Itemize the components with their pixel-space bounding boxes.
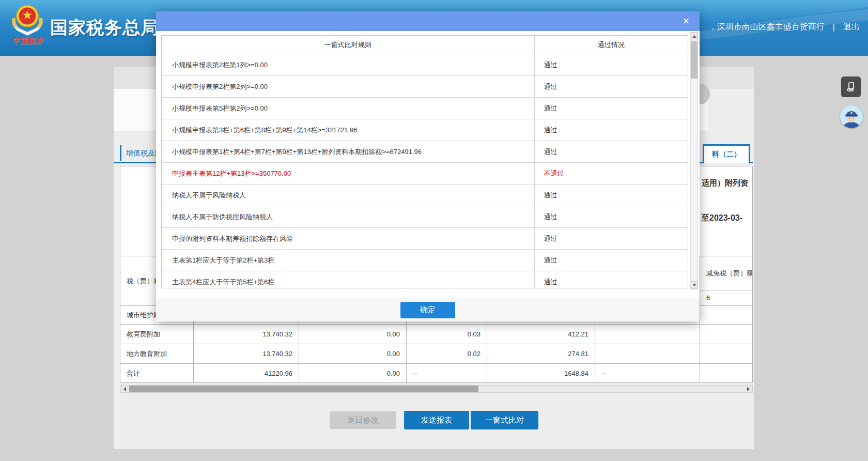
period-end-date: 至2023-03- [701, 213, 753, 224]
row-cell [595, 325, 700, 344]
modal-header: × [156, 11, 700, 31]
send-report-button[interactable]: 发送报表 [404, 411, 469, 429]
row-cell: 13,740.32 [194, 325, 299, 344]
modal-vertical-scrollbar[interactable] [690, 32, 698, 289]
rule-row: 申报的附列资料本期差额扣除额存在风险 通过 [162, 228, 688, 250]
back-modify-button[interactable]: 返回修改 [330, 411, 396, 429]
status-text: 通过 [534, 76, 688, 97]
rule-row: 小规模申报表第2栏第1列>=0.00 通过 [162, 54, 688, 76]
rule-text: 小规模申报表第2栏第1列>=0.00 [162, 54, 534, 75]
row-cell: 0.02 [407, 344, 487, 364]
table-header-row: 一窗式比对规则 通过情况 [162, 36, 688, 54]
colno-tax-relief: 6 [700, 290, 753, 306]
close-icon[interactable]: × [679, 14, 693, 28]
form-caption-fragment: 适用）附列资 [702, 178, 753, 188]
page: 中国税务 国家税务总局深圳 ，深圳市南山区鑫丰盛百货商行 | 退出 [0, 0, 868, 461]
row-label: 合计 [120, 364, 194, 383]
guide-book-button[interactable] [841, 76, 861, 97]
status-text: 通过 [534, 119, 688, 141]
row-cell: 13,740.32 [194, 344, 299, 364]
rule-text: 主表第4栏应大于等于第5栏+第6栏 [162, 271, 534, 288]
row-label: 教育费附加 [120, 325, 194, 344]
col-header-rule: 一窗式比对规则 [162, 36, 534, 54]
row-cell: 1648.84 [487, 364, 595, 383]
horizontal-scrollbar[interactable] [120, 385, 753, 393]
status-text: 通过 [534, 206, 688, 227]
status-text: 通过 [534, 228, 688, 249]
row-cell: 0.03 [407, 325, 487, 344]
rule-row: 申报表主表第12栏+第13栏>=350770.00 不通过 [162, 163, 688, 185]
scroll-left-arrow-icon[interactable] [121, 386, 129, 392]
compare-rules-table: 一窗式比对规则 通过情况 小规模申报表第2栏第1列>=0.00 通过 小规模申报… [161, 35, 688, 288]
logout-link[interactable]: 退出 [843, 22, 860, 33]
row-cell: -- [407, 364, 487, 383]
assistant-avatar[interactable] [840, 105, 863, 128]
scroll-down-arrow-icon[interactable] [691, 281, 698, 289]
vertical-scroll-thumb[interactable] [691, 41, 698, 79]
row-cell [700, 325, 753, 344]
scroll-up-arrow-icon[interactable] [691, 33, 698, 40]
rule-row: 纳税人不属于风险纳税人 通过 [162, 185, 688, 206]
rule-text: 小规模申报表第1栏+第4栏+第7栏+第9栏+第13栏+附列资料本期扣除额>=67… [162, 141, 534, 162]
row-cell [700, 364, 753, 383]
row-cell: 0.00 [299, 364, 407, 383]
row-cell: -- [595, 364, 700, 383]
confirm-button[interactable]: 确定 [400, 302, 455, 318]
row-label: 地方教育附加 [120, 344, 194, 364]
header-divider: | [833, 23, 835, 32]
rule-text: 小规模申报表第3栏+第6栏+第8栏+第9栏+第14栏>=321721.96 [162, 119, 534, 141]
row-cell [700, 344, 753, 364]
status-text: 通过 [534, 271, 688, 288]
book-icon [845, 81, 857, 93]
rule-row: 纳税人不属于防伪税控风险纳税人 通过 [162, 206, 688, 228]
rule-row: 小规模申报表第3栏+第6栏+第8栏+第9栏+第14栏>=321721.96 通过 [162, 119, 688, 141]
rule-row: 小规模申报表第5栏第2列>=0.00 通过 [162, 98, 688, 119]
col-header-tax-relief: 减免税（费）额 [700, 256, 753, 290]
rule-text: 小规模申报表第2栏第2列>=0.00 [162, 76, 534, 97]
rule-row: 主表第1栏应大于等于第2栏+第3栏 通过 [162, 250, 688, 271]
rule-text: 纳税人不属于防伪税控风险纳税人 [162, 206, 534, 227]
status-text: 不通过 [534, 163, 688, 184]
rule-text: 申报的附列资料本期差额扣除额存在风险 [162, 228, 534, 249]
compare-result-modal: × 一窗式比对规则 通过情况 小规模申报表第2栏第1列>=0.00 通过 小规模… [156, 11, 700, 321]
row-cell [700, 306, 753, 325]
status-text: 通过 [534, 141, 688, 162]
status-text: 通过 [534, 250, 688, 271]
tax-bureau-emblem-icon [8, 3, 47, 37]
rule-row: 主表第4栏应大于等于第5栏+第6栏 通过 [162, 271, 688, 288]
rule-row: 小规模申报表第1栏+第4栏+第7栏+第9栏+第13栏+附列资料本期扣除额>=67… [162, 141, 688, 163]
logged-in-company: ，深圳市南山区鑫丰盛百货商行 [709, 22, 825, 33]
modal-footer: 确定 [156, 298, 700, 321]
one-window-compare-button[interactable]: 一窗式比对 [471, 411, 538, 429]
rule-text: 小规模申报表第5栏第2列>=0.00 [162, 98, 534, 119]
row-cell: 41220.96 [194, 364, 299, 383]
status-text: 通过 [534, 54, 688, 75]
scroll-right-arrow-icon[interactable] [745, 386, 752, 392]
row-cell: 412.21 [487, 325, 595, 344]
rule-row: 小规模申报表第2栏第2列>=0.00 通过 [162, 76, 688, 98]
horizontal-scroll-thumb[interactable] [129, 386, 478, 392]
row-cell: 274.81 [487, 344, 595, 364]
col-header-status: 通过情况 [534, 36, 688, 54]
row-cell: 0.00 [299, 344, 407, 364]
tab-material-two[interactable]: 料（二） [703, 144, 750, 163]
china-tax-logo-text: 中国税务 [5, 36, 51, 46]
rule-text: 申报表主表第12栏+第13栏>=350770.00 [162, 163, 534, 184]
status-text: 通过 [534, 98, 688, 119]
row-cell: 0.00 [299, 325, 407, 344]
rule-text: 纳税人不属于风险纳税人 [162, 185, 534, 206]
rule-text: 主表第1栏应大于等于第2栏+第3栏 [162, 250, 534, 271]
row-cell [595, 344, 700, 364]
status-text: 通过 [534, 185, 688, 206]
tax-officer-avatar-icon [840, 105, 863, 128]
